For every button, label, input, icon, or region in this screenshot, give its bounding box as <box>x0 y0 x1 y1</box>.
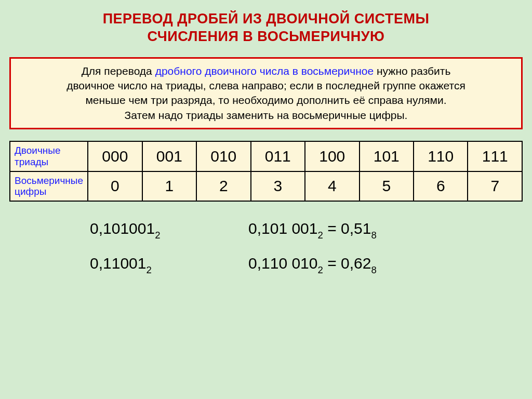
octal-cell: 6 <box>414 171 468 202</box>
examples: 0,1010012 0,101 0012 = 0,518 0,110012 0,… <box>9 220 523 275</box>
ex1-right-b: 0,51 <box>341 220 371 237</box>
ex1-left-sub: 2 <box>155 230 160 241</box>
triad-cell: 101 <box>360 141 414 171</box>
rule-box: Для перевода дробного двоичного числа в … <box>9 57 523 129</box>
ex1-eq: = <box>323 220 341 237</box>
ex1-right-a-sub: 2 <box>317 230 323 241</box>
ex2-left-sub: 2 <box>146 264 151 275</box>
example2-right: 0,110 0102 = 0,628 <box>248 255 377 275</box>
ex1-right-a: 0,101 001 <box>248 220 317 237</box>
octal-cell: 0 <box>88 171 142 202</box>
rule-highlight: дробного двоичного числа в восьмеричное <box>155 65 374 77</box>
slide: ПЕРЕВОД ДРОБЕЙ ИЗ ДВОИЧНОЙ СИСТЕМЫ СЧИСЛ… <box>0 0 532 399</box>
ex1-right-b-sub: 8 <box>371 230 376 241</box>
title-line2: СЧИСЛЕНИЯ В ВОСЬМЕРИЧНУЮ <box>148 29 385 44</box>
example-row-1: 0,1010012 0,101 0012 = 0,518 <box>90 220 523 240</box>
title-line1: ПЕРЕВОД ДРОБЕЙ ИЗ ДВОИЧНОЙ СИСТЕМЫ <box>103 11 430 26</box>
octal-cell: 3 <box>251 171 305 202</box>
triad-cell: 110 <box>414 141 468 171</box>
octal-cell: 4 <box>305 171 359 202</box>
example-row-2: 0,110012 0,110 0102 = 0,628 <box>90 255 523 275</box>
rule-text-3: меньше чем три разряда, то необходимо до… <box>85 94 446 106</box>
octal-cell: 2 <box>196 171 250 202</box>
page-title: ПЕРЕВОД ДРОБЕЙ ИЗ ДВОИЧНОЙ СИСТЕМЫ СЧИСЛ… <box>9 10 523 46</box>
example1-right: 0,101 0012 = 0,518 <box>248 220 377 240</box>
ex2-left-num: 0,11001 <box>90 255 146 272</box>
triad-cell: 000 <box>88 141 142 171</box>
table-row: Двоичные триады 000 001 010 011 100 101 … <box>10 141 522 171</box>
ex2-eq: = <box>323 255 341 272</box>
ex2-right-a: 0,110 010 <box>248 255 317 272</box>
triad-cell: 011 <box>251 141 305 171</box>
octal-cell: 1 <box>142 171 196 202</box>
row2-label: Восьмеричные цифры <box>10 171 88 202</box>
triad-cell: 100 <box>305 141 359 171</box>
ex2-right-a-sub: 2 <box>317 264 323 275</box>
table-row: Восьмеричные цифры 0 1 2 3 4 5 6 7 <box>10 171 522 202</box>
rule-text-1c: нужно разбить <box>374 65 450 77</box>
ex2-right-b: 0,62 <box>341 255 371 272</box>
example2-left: 0,110012 <box>90 255 248 275</box>
triad-table: Двоичные триады 000 001 010 011 100 101 … <box>9 141 523 202</box>
rule-text-2: двоичное число на триады, слева направо;… <box>66 79 466 91</box>
ex2-right-b-sub: 8 <box>371 264 376 275</box>
triad-cell: 001 <box>142 141 196 171</box>
row1-label: Двоичные триады <box>10 141 88 171</box>
ex1-left-num: 0,101001 <box>90 220 155 237</box>
rule-text-4: Затем надо триады заменить на восьмеричн… <box>125 109 408 121</box>
triad-cell: 010 <box>196 141 250 171</box>
rule-text-1a: Для перевода <box>82 65 155 77</box>
octal-cell: 5 <box>360 171 414 202</box>
triad-cell: 111 <box>468 141 522 171</box>
octal-cell: 7 <box>468 171 522 202</box>
example1-left: 0,1010012 <box>90 220 248 240</box>
